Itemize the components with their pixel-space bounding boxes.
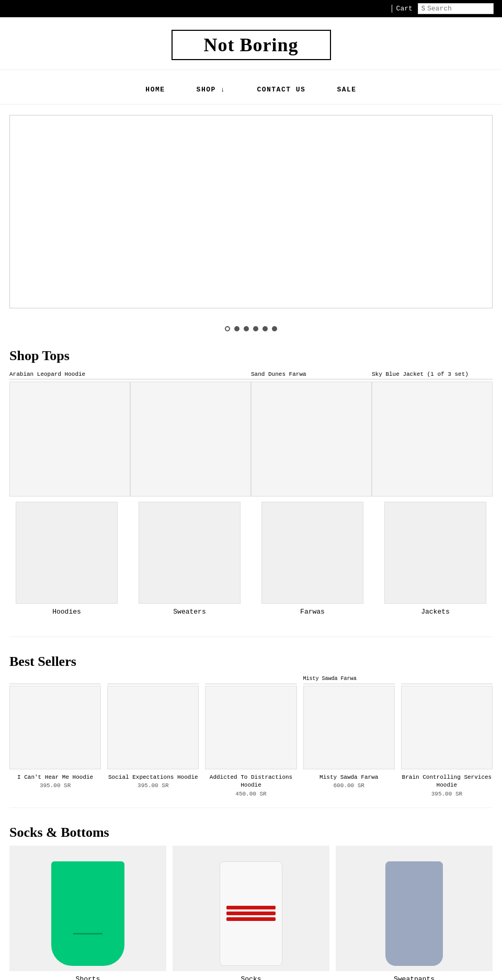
bs-img-4[interactable]: [303, 686, 395, 769]
socks-bottoms-title: Socks & Bottoms: [0, 813, 502, 846]
search-input[interactable]: [427, 5, 490, 13]
bs-price-4: 600.00 SR: [303, 782, 395, 789]
sweatpants-img: [336, 846, 493, 971]
category-jackets[interactable]: Jackets: [384, 502, 486, 616]
shorts-label: Shorts: [76, 971, 100, 980]
sock-stripe-3: [226, 917, 276, 921]
bs-item-4: Misty Sawda Farwa Misty Sawda Farwa 600.…: [303, 675, 395, 797]
top-item-img-3[interactable]: [251, 382, 372, 497]
dot-2[interactable]: [234, 326, 239, 331]
sock-stripe-1: [226, 906, 276, 909]
category-label-sweaters: Sweaters: [173, 608, 206, 616]
top-bar: Cart S: [0, 0, 502, 17]
sock-item-sweatpants[interactable]: Sweatpants: [336, 846, 493, 980]
dot-6[interactable]: [272, 326, 277, 331]
top-item-img-2[interactable]: [130, 382, 251, 497]
sock-item-shorts[interactable]: Shorts: [9, 846, 166, 980]
bs-item-2: Social Expectations Hoodie 395.00 SR: [107, 675, 199, 797]
divider-2: [9, 808, 493, 808]
bs-label-5: [401, 675, 493, 684]
shop-tops-title: Shop Tops: [0, 337, 502, 369]
bs-name-5: Brain Controlling Services Hoodie: [401, 769, 493, 791]
bs-item-5: Brain Controlling Services Hoodie 395.00…: [401, 675, 493, 797]
bs-item-3: Addicted To Distractions Hoodie 450.00 S…: [205, 675, 296, 797]
bs-img-5[interactable]: [401, 686, 493, 769]
bs-price-2: 395.00 SR: [107, 782, 199, 789]
bs-img-3[interactable]: [205, 686, 296, 769]
sock-stripe-2: [226, 912, 276, 915]
nav-home[interactable]: HOME: [145, 86, 165, 94]
category-label-jackets: Jackets: [421, 608, 450, 616]
bs-price-1: 395.00 SR: [9, 782, 101, 789]
category-row: Hoodies Sweaters Farwas Jackets: [0, 502, 502, 631]
bs-name-1: I Can't Hear Me Hoodie: [9, 769, 101, 782]
socks-img: [173, 846, 329, 971]
header: Not Boring: [0, 17, 502, 70]
shop-tops-grid: Arabian Leopard Hoodie Sand Dunes Farwa …: [0, 369, 502, 497]
hero-slider: [9, 115, 493, 308]
top-item-label-4: Sky Blue Jacket (1 of 3 set): [372, 369, 493, 379]
category-img-farwas: [261, 502, 363, 604]
main-nav: HOME SHOP ↓ CONTACT US SALE: [0, 70, 502, 105]
bs-label-2: [107, 675, 199, 684]
category-label-hoodies: Hoodies: [52, 608, 81, 616]
sweatpants-label: Sweatpants: [394, 971, 435, 980]
nav-contact[interactable]: CONTACT US: [257, 86, 305, 94]
search-icon: S: [421, 5, 425, 13]
top-item-img-1[interactable]: [9, 382, 130, 497]
top-item-label-3: Sand Dunes Farwa: [251, 369, 372, 379]
cart-link[interactable]: Cart: [392, 5, 413, 13]
category-hoodies[interactable]: Hoodies: [16, 502, 118, 616]
dot-4[interactable]: [253, 326, 258, 331]
dot-5[interactable]: [263, 326, 268, 331]
category-img-jackets: [384, 502, 486, 604]
bs-name-4: Misty Sawda Farwa: [303, 769, 395, 782]
nav-sale[interactable]: SALE: [337, 86, 356, 94]
pants-visual: [385, 861, 443, 966]
sock-item-socks[interactable]: Socks: [173, 846, 329, 980]
nav-shop[interactable]: SHOP ↓: [197, 86, 226, 94]
top-item-img-4[interactable]: [372, 382, 493, 497]
category-sweaters[interactable]: Sweaters: [139, 502, 241, 616]
divider-1: [9, 637, 493, 637]
dot-3[interactable]: [244, 326, 249, 331]
bs-name-2: Social Expectations Hoodie: [107, 769, 199, 782]
bs-label-1: [9, 675, 101, 684]
category-img-hoodies: [16, 502, 118, 604]
slider-dots: [0, 319, 502, 337]
dot-1[interactable]: [225, 326, 230, 331]
category-farwas[interactable]: Farwas: [261, 502, 363, 616]
best-sellers-title: Best Sellers: [0, 642, 502, 675]
best-sellers-grid: I Can't Hear Me Hoodie 395.00 SR Social …: [0, 675, 502, 802]
top-item-2: [130, 369, 251, 497]
bs-name-3: Addicted To Distractions Hoodie: [205, 769, 296, 791]
shorts-visual: [51, 861, 124, 966]
socks-grid: Shorts Socks Sweatpants: [0, 846, 502, 980]
socks-label: Socks: [241, 971, 261, 980]
bs-item-1: I Can't Hear Me Hoodie 395.00 SR: [9, 675, 101, 797]
bs-price-5: 395.00 SR: [401, 791, 493, 797]
socks-visual: [220, 861, 282, 966]
top-item-1: Arabian Leopard Hoodie: [9, 369, 130, 497]
top-item-label-2: [130, 369, 251, 379]
shorts-img: [9, 846, 166, 971]
category-label-farwas: Farwas: [300, 608, 325, 616]
category-img-sweaters: [139, 502, 241, 604]
bs-label-4: Misty Sawda Farwa: [303, 675, 395, 684]
top-item-3: Sand Dunes Farwa: [251, 369, 372, 497]
bs-label-3: [205, 675, 296, 684]
site-title: Not Boring: [172, 30, 331, 60]
top-item-4: Sky Blue Jacket (1 of 3 set): [372, 369, 493, 497]
bs-price-3: 450.00 SR: [205, 791, 296, 797]
bs-img-2[interactable]: [107, 686, 199, 769]
top-item-label-1: Arabian Leopard Hoodie: [9, 369, 130, 379]
bs-img-1[interactable]: [9, 686, 101, 769]
search-box: S: [418, 3, 494, 14]
